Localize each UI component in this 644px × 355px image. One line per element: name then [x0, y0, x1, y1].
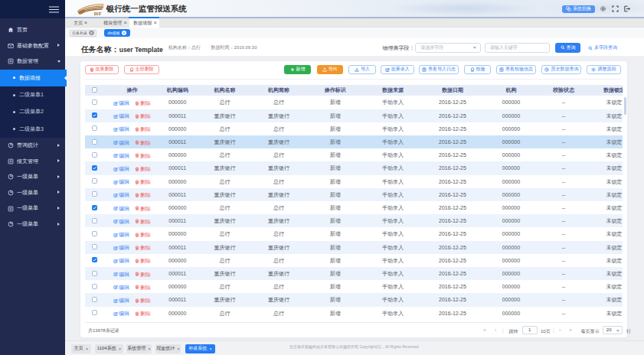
svg-text:IST: IST [94, 11, 102, 15]
